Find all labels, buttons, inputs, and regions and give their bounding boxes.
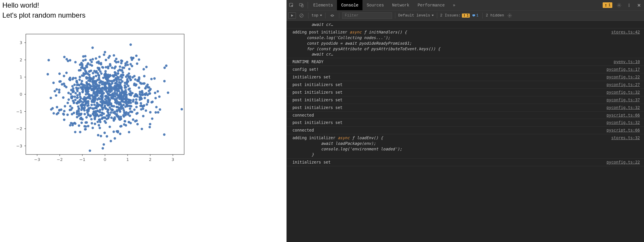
inspect-element-icon[interactable] [287, 0, 296, 10]
svg-point-598 [97, 67, 99, 69]
log-source-link[interactable]: stores.ts:42 [611, 29, 640, 57]
live-expression-icon[interactable] [328, 12, 336, 19]
more-icon[interactable] [624, 0, 634, 10]
log-entry: post initializers setpyconfig.ts:27 [287, 81, 644, 89]
close-icon[interactable] [634, 0, 644, 10]
svg-point-673 [63, 56, 65, 58]
svg-point-790 [91, 58, 94, 60]
svg-point-764 [123, 109, 125, 112]
svg-point-514 [88, 74, 90, 76]
svg-point-244 [109, 126, 111, 128]
svg-point-978 [133, 108, 135, 111]
console-sidebar-toggle-icon[interactable] [288, 12, 296, 19]
svg-point-937 [145, 109, 147, 112]
svg-point-223 [167, 91, 169, 94]
tab-console[interactable]: Console [337, 0, 362, 10]
issues-summary[interactable]: 2 Issues: 1 1 [440, 13, 480, 18]
tabs-overflow[interactable]: » [449, 0, 459, 10]
svg-point-958 [110, 96, 113, 99]
hidden-count[interactable]: 2 hidden [486, 13, 504, 18]
svg-point-962 [76, 113, 78, 115]
svg-point-94 [67, 102, 69, 104]
svg-point-744 [101, 112, 103, 114]
svg-point-728 [118, 110, 121, 112]
log-source-link[interactable]: pyconfig.ts:32 [606, 90, 640, 95]
svg-point-966 [94, 83, 97, 85]
filter-input[interactable] [342, 12, 392, 19]
svg-point-222 [63, 110, 65, 112]
svg-point-736 [65, 86, 67, 88]
log-source-link[interactable]: pyconfig.ts:37 [606, 97, 640, 103]
svg-point-538 [47, 73, 49, 75]
svg-point-196 [100, 135, 102, 137]
issues-warn-chip: 1 [462, 14, 470, 18]
svg-point-757 [80, 112, 82, 115]
device-toggle-icon[interactable] [296, 0, 306, 10]
svg-point-642 [89, 115, 91, 117]
svg-point-774 [71, 113, 73, 115]
svg-point-670 [84, 128, 87, 130]
svg-point-533 [139, 105, 142, 107]
svg-point-174 [113, 137, 116, 140]
log-source-link[interactable]: pyconfig.ts:27 [606, 82, 640, 88]
svg-point-441 [114, 71, 116, 73]
svg-point-899 [150, 101, 153, 103]
svg-point-912 [133, 75, 135, 77]
separator [325, 13, 326, 19]
svg-point-916 [102, 81, 104, 83]
svg-point-513 [150, 78, 152, 80]
log-source-link[interactable]: pyconfig.ts:22 [606, 74, 640, 80]
log-source-link[interactable]: pyconfig.ts:32 [606, 105, 640, 110]
svg-point-749 [69, 105, 72, 107]
log-source-link[interactable]: pyscript.ts:66 [606, 112, 640, 118]
svg-point-802 [95, 75, 97, 77]
svg-point-921 [131, 111, 133, 113]
svg-point-760 [141, 94, 143, 96]
log-source-link[interactable]: pyscript.ts:66 [606, 127, 640, 133]
svg-point-882 [117, 72, 119, 75]
tab-network[interactable]: Network [388, 0, 413, 10]
svg-point-939 [136, 123, 139, 125]
svg-point-516 [87, 125, 89, 127]
svg-point-1036 [629, 5, 630, 6]
svg-point-1022 [104, 70, 107, 72]
console-settings-icon[interactable] [506, 12, 513, 19]
svg-point-589 [122, 71, 124, 73]
svg-point-252 [114, 65, 117, 68]
tab-elements[interactable]: Elements [309, 0, 337, 10]
settings-icon[interactable] [614, 0, 624, 10]
svg-point-1021 [85, 65, 87, 67]
log-source-link[interactable]: pyconfig.ts:17 [606, 67, 640, 72]
svg-point-960 [62, 113, 65, 116]
svg-point-973 [56, 106, 58, 108]
tab-sources[interactable]: Sources [362, 0, 388, 10]
svg-point-755 [104, 95, 106, 97]
log-levels-selector[interactable]: Default levels [398, 13, 434, 18]
svg-point-793 [74, 95, 76, 98]
clear-console-icon[interactable] [298, 12, 305, 19]
svg-point-981 [108, 76, 110, 78]
svg-text:1: 1 [126, 157, 129, 162]
svg-point-472 [74, 61, 77, 63]
svg-point-718 [101, 102, 104, 105]
svg-point-920 [96, 98, 99, 101]
svg-point-850 [85, 125, 87, 128]
svg-point-878 [99, 114, 102, 116]
svg-point-402 [91, 46, 94, 49]
svg-point-712 [52, 82, 55, 84]
log-entry: initializers setpyconfig.ts:22 [287, 159, 644, 166]
tab-performance[interactable]: Performance [413, 0, 449, 10]
context-selector[interactable]: top [311, 13, 322, 18]
svg-point-556 [119, 133, 121, 135]
log-source-link[interactable]: pyenv.ts:10 [614, 59, 640, 65]
svg-point-919 [72, 77, 74, 79]
console-log-area[interactable]: await cr…adding post initializer async ƒ… [287, 21, 644, 242]
svg-point-287 [117, 61, 119, 63]
svg-point-614 [74, 131, 76, 133]
warning-badge[interactable]: 1 [603, 2, 612, 8]
log-source-link[interactable]: pyconfig.ts:32 [606, 120, 640, 125]
svg-point-824 [120, 69, 122, 72]
log-source-link[interactable]: pyconfig.ts:22 [606, 159, 640, 165]
log-source-link[interactable]: stores.ts:32 [611, 135, 640, 157]
svg-point-504 [100, 72, 103, 75]
